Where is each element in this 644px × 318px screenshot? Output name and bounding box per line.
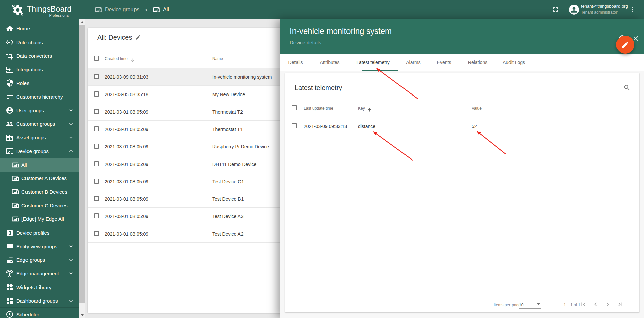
sidebar-item-device-profiles[interactable]: Device profiles [0,226,79,240]
devices-table-card: All: Devices Created time Name 2021-03-0… [88,28,289,313]
device-row[interactable]: 2021-03-01 08:05:09Test Device A3 [88,208,289,225]
previous-page-button[interactable] [592,301,599,308]
sidebar-item-dashboard-groups[interactable]: Dashboard groups [0,294,79,308]
sidebar-item-label: User groups [16,108,44,113]
row-checkbox[interactable] [94,213,99,218]
sidebar-item-scheduler[interactable]: Scheduler [0,307,79,318]
items-per-page-select[interactable]: 10 [519,303,541,309]
sidebar-item-customers-hierarchy[interactable]: Customers hierarchy [0,90,79,104]
device-row[interactable]: 2021-03-01 08:05:09Raspberry Pi Demo Dev… [88,138,289,155]
device-groups-icon [12,188,19,195]
device-name: Test Device A3 [212,214,288,219]
sidebar-item-customer-a-devices[interactable]: Customer A Devices [0,172,79,185]
tab-audit-logs[interactable]: Audit Logs [503,54,525,71]
column-last-update-time[interactable]: Last update time [304,106,333,111]
column-created-time[interactable]: Created time [105,56,135,61]
tab-relations[interactable]: Relations [468,54,487,71]
sidebar-item-edge-management[interactable]: Edge management [0,267,79,280]
details-subtitle: Device details [290,40,321,45]
row-checkbox[interactable] [94,126,99,131]
user-role: Tenant administrator [581,10,628,15]
breadcrumb-device-groups[interactable]: Device groups [95,6,139,13]
sidebar-item-data-converters[interactable]: Data converters [0,49,79,63]
sidebar-item-widgets-library[interactable]: Widgets Library [0,280,79,294]
sidebar-nav: HomeRule chainsData convertersIntegratio… [0,19,79,318]
sidebar-item-label: Home [16,26,30,31]
sidebar-item-rule-chains[interactable]: Rule chains [0,36,79,49]
sidebar-item-device-groups[interactable]: Device groups [0,144,79,158]
widgets-library-icon [6,283,14,291]
chevron-left-icon [592,301,599,308]
device-created-time: 2021-03-01 08:05:09 [105,127,148,132]
sidebar-item-user-groups[interactable]: User groups [0,104,79,117]
device-groups-icon [153,6,160,13]
sidebar-item-label: Widgets Library [16,284,51,290]
sidebar-item-asset-groups[interactable]: Asset groups [0,131,79,144]
device-name: Test Device C1 [212,179,288,184]
column-value[interactable]: Value [472,106,482,111]
sidebar-item-edge-my-edge-all[interactable]: [Edge] My Edge All [0,212,79,226]
sidebar-item-label: Customers hierarchy [16,94,63,100]
device-row[interactable]: 2021-03-01 08:05:09DHT11 Demo Device [88,155,289,173]
telemetry-row[interactable]: 2021-03-09 09:33:13distance52 [285,117,639,135]
last-page-button[interactable] [616,301,624,308]
row-checkbox[interactable] [94,179,99,184]
device-name: Thermostat T1 [212,127,288,132]
column-key[interactable]: Key [358,106,372,111]
telemetry-select-all-checkbox[interactable] [292,105,297,110]
row-checkbox[interactable] [94,91,99,97]
scrollbar-up-button[interactable] [79,19,85,25]
device-row[interactable]: 2021-03-01 08:05:09Test Device C1 [88,173,289,190]
tab-latest-telemetry[interactable]: Latest telemetry [356,54,390,71]
chevron-down-icon [68,107,74,114]
user-menu[interactable]: tenant@thingsboard.org Tenant administra… [581,4,628,15]
row-checkbox[interactable] [292,123,297,128]
tab-alarms[interactable]: Alarms [406,54,421,71]
row-checkbox[interactable] [94,196,99,201]
device-row[interactable]: 2021-03-09 09:31:03In-vehicle monitoring… [88,68,289,86]
column-name[interactable]: Name [212,56,223,61]
sidebar-item-customer-c-devices[interactable]: Customer C Devices [0,199,79,212]
edit-group-icon[interactable] [135,34,141,40]
device-row[interactable]: 2021-03-01 08:05:09Test Device B1 [88,190,289,208]
logo[interactable]: ThingsBoard Professional [0,0,79,19]
row-checkbox[interactable] [94,74,99,79]
row-checkbox[interactable] [94,109,99,114]
device-row[interactable]: 2021-03-01 08:05:09Thermostat T1 [88,121,289,138]
avatar[interactable] [569,5,579,15]
next-page-button[interactable] [604,301,611,308]
sidebar-item-edge-groups[interactable]: Edge groups [0,253,79,267]
sidebar-item-integrations[interactable]: Integrations [0,63,79,76]
tab-attributes[interactable]: Attributes [320,54,339,71]
sidebar-scrollbar[interactable] [79,19,85,318]
fullscreen-button[interactable] [551,6,559,14]
device-row[interactable]: 2021-03-01 08:05:09Test Device A2 [88,225,289,243]
breadcrumb-all[interactable]: All [153,6,169,13]
row-checkbox[interactable] [94,231,99,236]
scrollbar-down-button[interactable] [79,312,85,318]
sidebar-item-entity-view-groups[interactable]: Entity view groups [0,240,79,253]
sidebar-item-roles[interactable]: Roles [0,76,79,90]
triangle-up-icon [81,21,84,23]
home-icon [6,25,14,33]
tab-details[interactable]: Details [288,54,303,71]
row-checkbox[interactable] [94,161,99,166]
edit-device-fab[interactable] [616,36,634,54]
edge-management-icon [6,269,14,277]
search-icon[interactable] [623,84,631,91]
row-checkbox[interactable] [94,144,99,149]
more-menu-button[interactable] [629,6,636,13]
sidebar-item-label: Dashboard groups [16,298,58,304]
device-row[interactable]: 2021-03-01 08:05:09Thermostat T2 [88,103,289,121]
device-row[interactable]: 2021-03-05 08:35:18My New Device [88,86,289,103]
first-page-button[interactable] [580,301,587,308]
sidebar-item-home[interactable]: Home [0,22,79,36]
tab-events[interactable]: Events [437,54,451,71]
asset-groups-icon [6,134,14,142]
sidebar-item-device-groups-all[interactable]: All [0,158,79,172]
device-groups-icon [12,215,19,223]
sidebar-item-customer-groups[interactable]: Customer groups [0,117,79,131]
scrollbar-thumb[interactable] [79,25,85,303]
select-all-checkbox[interactable] [94,56,99,61]
sidebar-item-customer-b-devices[interactable]: Customer B Devices [0,185,79,199]
